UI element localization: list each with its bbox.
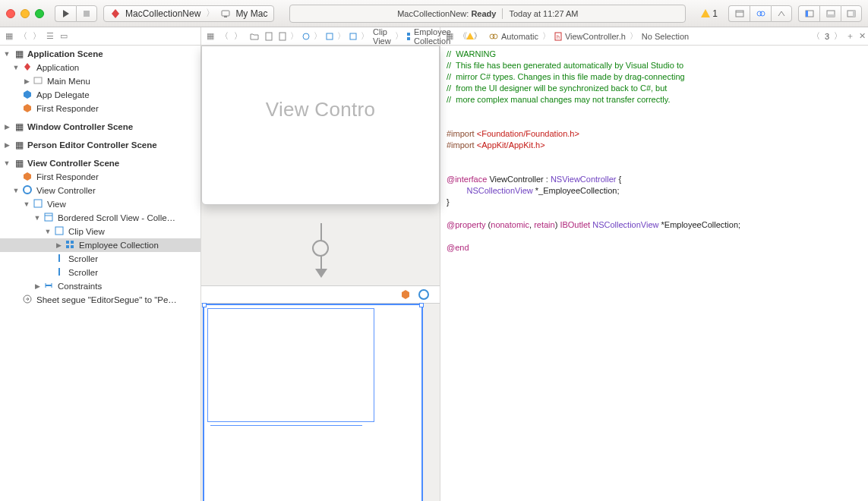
ib-crumb-doc[interactable] [262, 27, 276, 45]
svg-rect-30 [266, 33, 272, 40]
asst-prev-button[interactable]: 〈 [810, 30, 822, 43]
ib-next-issue-button[interactable]: 〉 [474, 30, 482, 43]
svg-rect-33 [327, 33, 333, 39]
document-outline[interactable]: ▼▦Application Scene ▼Application ▶Main M… [0, 46, 200, 501]
run-button[interactable] [55, 5, 76, 22]
node-main-menu[interactable]: ▶Main Menu [0, 74, 200, 88]
asst-next-button[interactable]: 〉 [832, 30, 844, 43]
segue-knob[interactable] [312, 240, 329, 257]
svg-rect-14 [34, 77, 42, 84]
scene-view-controller[interactable]: ▼▦View Controller Scene [0, 156, 200, 170]
svg-rect-19 [55, 227, 63, 235]
scheme-project: MacCollectionNew [125, 8, 200, 19]
app-icon [110, 8, 121, 19]
node-scroller-1[interactable]: Scroller [0, 252, 200, 266]
ib-related-button[interactable]: ▦ [204, 30, 216, 43]
asst-add-button[interactable]: ＋ [844, 30, 856, 43]
project-navigator-tab[interactable]: ▦ [3, 30, 15, 43]
svg-rect-16 [34, 200, 42, 207]
minimize-window-button[interactable] [21, 9, 30, 18]
node-bordered-scroll-view[interactable]: ▼Bordered Scroll View - Colle… [0, 211, 200, 225]
warning-icon [701, 9, 710, 17]
ib-crumb-doc2[interactable] [276, 27, 289, 45]
stop-button[interactable] [76, 5, 97, 22]
ib-crumb-view[interactable] [323, 27, 336, 45]
svg-rect-2 [222, 11, 229, 16]
assistant-file[interactable]: h ViewController.h [551, 27, 629, 45]
toolbar: MacCollectionNew 〉 My Mac MacCollectionN… [0, 0, 868, 27]
ib-crumb-scene[interactable] [299, 27, 313, 45]
first-responder-dock-icon[interactable] [400, 289, 411, 300]
scheme-target: My Mac [235, 8, 267, 19]
warning-icon [466, 33, 474, 39]
svg-rect-4 [736, 11, 743, 17]
assistant-counter: 3 [822, 32, 832, 41]
scene-dock[interactable] [201, 285, 440, 304]
svg-rect-37 [407, 37, 410, 40]
storyboard-icon [279, 32, 286, 41]
scene-window-controller[interactable]: ▶▦Window Controller Scene [0, 120, 200, 134]
ib-back-button[interactable]: 〈 [218, 30, 230, 43]
node-first-responder-vc[interactable]: First Responder [0, 170, 200, 184]
header-file-icon: h [554, 32, 562, 41]
svg-rect-24 [58, 254, 60, 262]
view-controller-placeholder-label: View Contro [202, 98, 439, 121]
node-view-controller[interactable]: ▼View Controller [0, 184, 200, 197]
node-view[interactable]: ▼View [0, 197, 200, 211]
nav-forward-button[interactable]: 〉 [30, 30, 43, 43]
activity-status: MacCollectionNew: Ready Today at 11:27 A… [289, 5, 686, 23]
node-app-delegate[interactable]: App Delegate [0, 88, 200, 102]
svg-text:h: h [557, 34, 560, 39]
editor-version-button[interactable] [771, 5, 792, 22]
warning-count: 1 [712, 8, 718, 19]
node-employee-collection[interactable]: ▶Employee Collection [0, 238, 200, 252]
svg-point-15 [24, 186, 31, 194]
segue-arrow-icon [315, 269, 327, 278]
toggle-navigator-button[interactable] [798, 5, 819, 22]
ib-crumb-clip[interactable]: Clip View [370, 27, 394, 45]
view-controller-preview[interactable]: View Contro [201, 46, 440, 205]
node-first-responder-app[interactable]: First Responder [0, 102, 200, 115]
assistant-rings-icon [489, 33, 498, 40]
node-segue[interactable]: Sheet segue "EditorSegue" to "Pe… [0, 293, 200, 307]
scheme-selector[interactable]: MacCollectionNew 〉 My Mac [103, 5, 274, 22]
source-editor[interactable]: // WARNING // This file has been generat… [440, 46, 868, 501]
node-application[interactable]: ▼Application [0, 61, 200, 74]
svg-rect-13 [853, 11, 855, 17]
nav-back-button[interactable]: 〈 [17, 30, 29, 43]
zoom-window-button[interactable] [35, 9, 44, 18]
folder-icon [250, 33, 259, 40]
ib-crumb-scroll[interactable] [346, 27, 360, 45]
node-clip-view[interactable]: ▼Clip View [0, 225, 200, 238]
issue-indicator[interactable]: 1 [701, 8, 718, 19]
svg-rect-17 [45, 213, 52, 221]
asst-close-button[interactable]: ✕ [856, 30, 868, 43]
close-window-button[interactable] [6, 9, 15, 18]
ib-forward-button[interactable]: 〉 [232, 30, 244, 43]
assistant-mode[interactable]: Automatic [486, 27, 541, 45]
svg-rect-1 [84, 11, 90, 17]
window-controls [6, 9, 44, 18]
toggle-inspector-button[interactable] [841, 5, 862, 22]
outline-icon[interactable]: ☰ [44, 30, 56, 43]
related-icon[interactable]: ▭ [58, 30, 70, 43]
ib-prev-issue-button[interactable]: 〈 [458, 30, 466, 43]
editor-assistant-button[interactable] [750, 5, 771, 22]
collection-view-selection[interactable] [203, 304, 423, 501]
ib-crumb-folder[interactable] [247, 27, 262, 45]
scene-application[interactable]: ▼▦Application Scene [0, 47, 200, 61]
editor-standard-button[interactable] [728, 5, 750, 22]
navigator-panel: ▦ 〈 〉 ☰ ▭ ▼▦Application Scene ▼Applicati… [0, 27, 201, 501]
view-controller-dock-icon[interactable] [418, 289, 429, 300]
ib-crumb-collection[interactable]: Employee Collection [404, 27, 458, 45]
svg-rect-31 [279, 33, 286, 40]
node-scroller-2[interactable]: Scroller [0, 266, 200, 279]
assistant-selection[interactable]: No Selection [639, 27, 692, 45]
collection-item-outline [207, 308, 374, 422]
svg-rect-35 [407, 33, 410, 36]
svg-rect-23 [71, 245, 74, 248]
scene-person-editor[interactable]: ▶▦Person Editor Controller Scene [0, 138, 200, 152]
node-constraints[interactable]: ▶Constraints [0, 279, 200, 293]
toggle-debug-button[interactable] [819, 5, 841, 22]
interface-builder-canvas[interactable]: ▦ 〈 〉 〉 〉 〉 〉 Clip View 〉 Employee Colle… [201, 27, 440, 501]
